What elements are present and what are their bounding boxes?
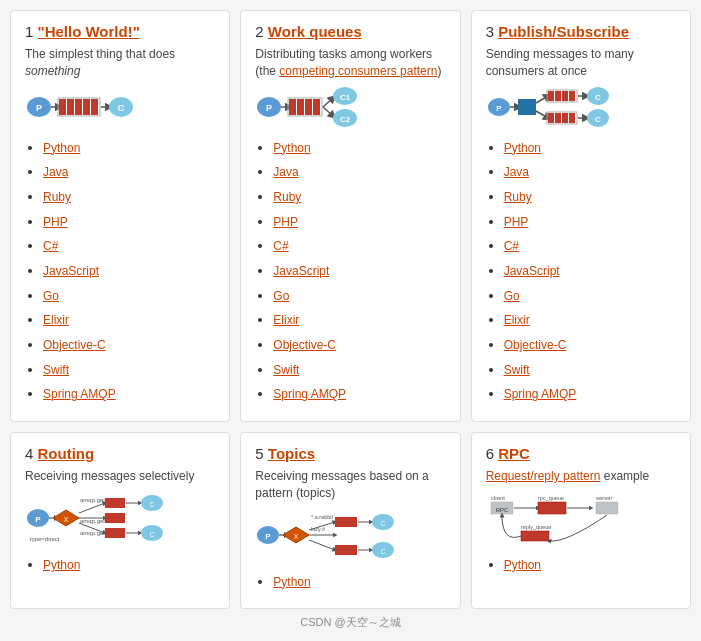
card-1-link-go[interactable]: Go [43, 289, 59, 303]
svg-rect-29 [518, 99, 536, 115]
card-1-link-elixir[interactable]: Elixir [43, 313, 69, 327]
card-2-link-ruby[interactable]: Ruby [273, 190, 301, 204]
svg-text:C1: C1 [340, 93, 351, 102]
svg-text:C: C [149, 501, 154, 508]
svg-text:C: C [595, 115, 601, 124]
card-1-title-link[interactable]: "Hello World!" [38, 23, 140, 40]
card-3-link-javascript[interactable]: JavaScript [504, 264, 560, 278]
card-2-desc: Distributing tasks among workers (the co… [255, 46, 445, 80]
card-4-title-link[interactable]: Routing [38, 445, 95, 462]
svg-rect-15 [289, 99, 296, 115]
card-pubsub: 3 Publish/Subscribe Sending messages to … [471, 10, 691, 422]
svg-rect-7 [91, 99, 98, 115]
svg-rect-16 [297, 99, 304, 115]
svg-rect-32 [548, 91, 554, 101]
svg-text:X: X [294, 533, 299, 540]
card-5-title: 5 Topics [255, 445, 445, 462]
card-6-title-link[interactable]: RPC [498, 445, 530, 462]
card-5-desc: Receiving messages based on a pattern (t… [255, 468, 445, 502]
card-2-link-python[interactable]: Python [273, 141, 310, 155]
card-6-title: 6 RPC [486, 445, 676, 462]
card-5-num: 5 [255, 445, 268, 462]
card-2-title-link[interactable]: Work queues [268, 23, 362, 40]
svg-rect-4 [67, 99, 74, 115]
card-2-link-springamqp[interactable]: Spring AMQP [273, 387, 346, 401]
card-2-link-java[interactable]: Java [273, 165, 298, 179]
card-1-diagram: P C [25, 88, 215, 126]
card-2-title: 2 Work queues [255, 23, 445, 40]
card-2-link-javascript[interactable]: JavaScript [273, 264, 329, 278]
card-3-link-go[interactable]: Go [504, 289, 520, 303]
card-5-title-link[interactable]: Topics [268, 445, 315, 462]
card-1-link-java[interactable]: Java [43, 165, 68, 179]
svg-rect-5 [75, 99, 82, 115]
svg-text:RPC: RPC [495, 507, 508, 513]
svg-line-30 [536, 96, 548, 103]
card-1-link-ruby[interactable]: Ruby [43, 190, 71, 204]
svg-text:C2: C2 [340, 115, 351, 124]
card-3-link-python[interactable]: Python [504, 141, 541, 155]
svg-text:C: C [381, 548, 386, 555]
card-2-link-csharp[interactable]: C# [273, 239, 288, 253]
svg-text:client: client [491, 495, 505, 501]
svg-text:rpc_queue: rpc_queue [538, 495, 564, 501]
svg-rect-35 [569, 91, 575, 101]
card-1-link-springamqp[interactable]: Spring AMQP [43, 387, 116, 401]
card-6-link-python[interactable]: Python [504, 558, 541, 572]
card-3-link-springamqp[interactable]: Spring AMQP [504, 387, 577, 401]
card-3-link-swift[interactable]: Swift [504, 363, 530, 377]
svg-text:X: X [64, 516, 69, 523]
svg-text:C: C [149, 531, 154, 538]
card-4-num: 4 [25, 445, 38, 462]
card-1-link-php[interactable]: PHP [43, 215, 68, 229]
card-3-link-elixir[interactable]: Elixir [504, 313, 530, 327]
svg-text:P: P [266, 103, 272, 113]
routing-svg: P X amqp.gen... amqp.gen... amqp.gen... [25, 493, 215, 543]
svg-text:C: C [118, 103, 125, 113]
card-5-link-python[interactable]: Python [273, 575, 310, 589]
card-2-link-swift[interactable]: Swift [273, 363, 299, 377]
watermark: CSDN @天空～之城 [10, 615, 691, 630]
card-1-link-swift[interactable]: Swift [43, 363, 69, 377]
card-1-link-python[interactable]: Python [43, 141, 80, 155]
card-6-desc-link[interactable]: Request/reply pattern [486, 469, 601, 483]
pubsub-svg: P C [486, 86, 626, 128]
card-6-desc: Request/reply pattern example [486, 468, 676, 485]
card-2-link-php[interactable]: PHP [273, 215, 298, 229]
svg-rect-40 [548, 113, 554, 123]
card-3-link-php[interactable]: PHP [504, 215, 529, 229]
card-3-link-csharp[interactable]: C# [504, 239, 519, 253]
card-3-desc: Sending messages to many consumers at on… [486, 46, 676, 80]
svg-rect-79 [335, 517, 357, 527]
card-1-link-csharp[interactable]: C# [43, 239, 58, 253]
card-3-link-ruby[interactable]: Ruby [504, 190, 532, 204]
top-grid: 1 "Hello World!" The simplest thing that… [10, 10, 691, 422]
card-3-link-objectivec[interactable]: Objective-C [504, 338, 567, 352]
svg-rect-33 [555, 91, 561, 101]
card-1-link-javascript[interactable]: JavaScript [43, 264, 99, 278]
card-5-links: Python [255, 570, 445, 595]
card-topics: 5 Topics Receiving messages based on a p… [240, 432, 460, 609]
topics-svg: P X *.a.rabbit lazy.# [255, 510, 445, 560]
card-2-competing-link[interactable]: competing consumers pattern [279, 64, 437, 78]
hello-world-svg: P C [25, 91, 145, 123]
svg-text:reply_queue: reply_queue [521, 524, 551, 530]
card-routing: 4 Routing Receiving messages selectively… [10, 432, 230, 609]
card-3-link-java[interactable]: Java [504, 165, 529, 179]
card-4-desc: Receiving messages selectively [25, 468, 215, 485]
card-3-title: 3 Publish/Subscribe [486, 23, 676, 40]
svg-rect-43 [569, 113, 575, 123]
page-wrapper: 1 "Hello World!" The simplest thing that… [0, 0, 701, 640]
card-6-links: Python [486, 553, 676, 578]
card-2-link-elixir[interactable]: Elixir [273, 313, 299, 327]
svg-line-20 [323, 98, 333, 107]
svg-text:server: server [596, 495, 613, 501]
card-3-title-link[interactable]: Publish/Subscribe [498, 23, 629, 40]
card-2-link-objectivec[interactable]: Objective-C [273, 338, 336, 352]
card-4-link-python[interactable]: Python [43, 558, 80, 572]
card-6-diagram: client RPC rpc_queue server reply_queue [486, 493, 676, 543]
card-2-link-go[interactable]: Go [273, 289, 289, 303]
svg-rect-59 [105, 498, 125, 508]
card-1-link-objectivec[interactable]: Objective-C [43, 338, 106, 352]
svg-rect-92 [538, 502, 566, 514]
